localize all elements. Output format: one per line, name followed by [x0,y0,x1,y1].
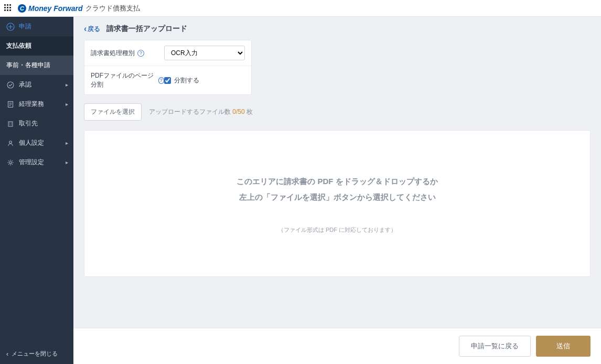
file-select-button[interactable]: ファイルを選択 [84,103,142,121]
product-name: クラウド債務支払 [85,4,140,13]
sidebar-section-payment: 支払依頼 [0,36,73,56]
sidebar: 申請 支払依頼 事前・各種申請 承認 ▸ 経理業務 ▸ 取引先 [0,17,73,364]
svg-point-4 [9,141,12,143]
sidebar-collapse[interactable]: ‹ メニューを閉じる [0,344,73,364]
upload-bar: ファイルを選択 アップロードするファイル数 0/50 枚 [84,103,591,121]
page-header: 戻る 請求書一括アップロード [73,17,601,40]
settings-card: 請求書処理種別 ? OCR入力 PDFファイルのページ分割 ? 分割する [84,40,252,95]
sidebar-item-approval[interactable]: 承認 ▸ [0,75,73,94]
help-icon[interactable]: ? [158,77,164,84]
sidebar-item-vendors[interactable]: 取引先 [0,114,73,133]
pdf-split-label: PDFファイルのページ分割 ? [91,71,164,89]
sidebar-new-request[interactable]: 申請 [0,17,73,36]
person-icon [6,140,15,147]
svg-point-1 [7,82,14,88]
top-bar: C Money Forward クラウド債務支払 [0,0,601,17]
back-link[interactable]: 戻る [84,24,100,34]
footer-bar: 申請一覧に戻る 送信 [73,328,601,364]
chevron-right-icon: ▸ [66,159,68,165]
pdf-split-checkbox-input[interactable] [164,77,171,84]
chevron-right-icon: ▸ [66,101,68,107]
submit-button[interactable]: 送信 [536,336,591,357]
svg-rect-3 [8,122,13,126]
app-switcher-icon[interactable] [4,4,13,13]
main-area: 戻る 請求書一括アップロード 請求書処理種別 ? OCR入力 PDFファイルのペ… [73,17,601,364]
sidebar-item-label: 事前・各種申請 [6,61,50,70]
dropzone[interactable]: このエリアに請求書の PDF をドラッグ＆ドロップするか 左上の「ファイルを選択… [84,130,591,277]
chevron-right-icon: ▸ [66,140,68,146]
building-icon [6,120,15,127]
help-icon[interactable]: ? [137,50,144,57]
plus-circle-icon [6,23,15,31]
sidebar-collapse-label: メニューを閉じる [12,350,58,358]
brand-mark-icon: C [18,4,26,13]
dropzone-line-2: 左上の「ファイルを選択」ボタンから選択してください [239,189,436,205]
page-title: 請求書一括アップロード [106,24,187,34]
processing-type-select[interactable]: OCR入力 [164,46,245,60]
chevron-right-icon: ▸ [66,82,68,88]
brand-text: Money Forward [28,4,82,13]
pdf-split-checkbox[interactable]: 分割する [164,76,199,85]
dropzone-note: （ファイル形式は PDF に対応しております） [278,226,396,234]
gear-icon [6,159,15,166]
sidebar-item-label: 経理業務 [19,100,44,109]
sidebar-item-admin-settings[interactable]: 管理設定 ▸ [0,153,73,172]
sidebar-primary-label: 申請 [19,22,31,31]
document-icon [6,101,15,108]
sidebar-item-label: 個人設定 [19,138,44,147]
pdf-split-checkbox-label: 分割する [174,76,199,85]
check-circle-icon [6,81,15,89]
brand-logo: C Money Forward [18,4,82,13]
chevron-left-icon: ‹ [6,350,8,358]
dropzone-line-1: このエリアに請求書の PDF をドラッグ＆ドロップするか [237,174,437,189]
sidebar-item-label: 承認 [19,80,31,89]
back-to-list-button[interactable]: 申請一覧に戻る [459,336,531,357]
sidebar-item-personal-settings[interactable]: 個人設定 ▸ [0,133,73,153]
sidebar-item-accounting[interactable]: 経理業務 ▸ [0,94,73,114]
upload-count: アップロードするファイル数 0/50 枚 [149,108,253,116]
processing-type-label: 請求書処理種別 ? [91,49,164,58]
sidebar-item-label: 取引先 [19,119,38,128]
sidebar-item-label: 管理設定 [19,158,44,167]
svg-point-5 [9,162,12,164]
sidebar-item-various[interactable]: 事前・各種申請 [0,56,73,75]
